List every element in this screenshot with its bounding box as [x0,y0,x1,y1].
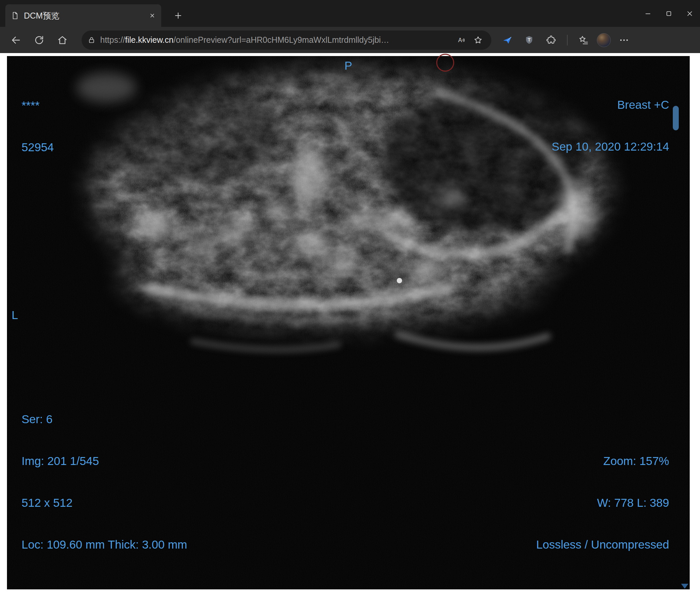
svg-text:A: A [458,37,462,44]
tab-title: DCM预览 [24,10,144,21]
refresh-icon [34,35,45,46]
browser-window: DCM预览 [0,0,700,597]
compression-status: Lossless / Uncompressed [536,538,669,551]
new-tab-button[interactable] [170,7,186,24]
translate-extension-button[interactable] [499,31,516,49]
minimize-icon [644,9,652,18]
shield-extension-icon: T [524,35,534,46]
study-description: Breast +C [552,98,669,112]
lock-icon[interactable] [88,36,96,44]
document-icon [10,11,19,20]
page-content: **** 52954 P L Breast +C Sep 10, 2020 12… [0,53,700,597]
annotation-circle [436,54,454,72]
close-button[interactable] [679,0,700,27]
series-block: Ser: 6 Img: 201 1/545 512 x 512 Loc: 109… [22,384,187,579]
close-icon [686,9,694,18]
extensions-button[interactable] [543,31,560,49]
slice-location: Loc: 109.60 mm Thick: 3.00 mm [22,538,187,551]
patient-block: **** 52954 [22,71,54,182]
read-aloud-icon: A [456,35,467,45]
translate-extension-icon [502,35,512,46]
patient-name-masked: **** [22,99,54,112]
profile-avatar[interactable] [597,33,611,47]
home-button[interactable] [54,31,71,49]
study-datetime: Sep 10, 2020 12:29:14 [552,140,669,154]
shield-extension-button[interactable]: T [521,31,538,49]
dicom-viewer[interactable]: **** 52954 P L Breast +C Sep 10, 2020 12… [7,56,690,589]
browser-tab[interactable]: DCM预览 [5,4,161,27]
settings-ellipsis-icon [619,35,629,46]
address-bar[interactable]: https://file.kkview.cn/onlinePreview?url… [82,30,491,50]
favorite-star-icon [473,35,483,45]
home-icon [57,35,68,46]
window-level: W: 778 L: 389 [536,496,669,510]
image-number: Img: 201 1/545 [22,454,187,468]
extensions-puzzle-icon [546,35,556,46]
series-number: Ser: 6 [22,412,187,426]
maximize-icon [665,9,673,18]
orientation-marker-left: L [11,308,18,322]
url-path: /onlinePreview?url=aHR0cHM6Ly9maWxlLmtrd… [174,35,389,45]
url-text: https://file.kkview.cn/onlinePreview?url… [100,35,389,45]
settings-menu-button[interactable] [616,31,633,49]
svg-text:T: T [528,37,531,43]
minimize-button[interactable] [637,0,658,27]
read-aloud-button[interactable]: A [454,33,469,47]
favorites-hub-button[interactable] [575,31,592,49]
refresh-button[interactable] [30,31,48,49]
tab-bar: DCM预览 [0,0,700,27]
favorites-hub-icon [578,35,589,46]
toolbar-divider [567,35,568,46]
study-block: Breast +C Sep 10, 2020 12:29:14 [552,70,669,181]
zoom-level: Zoom: 157% [536,454,669,468]
scroll-down-arrow-icon[interactable] [681,584,689,589]
favorite-button[interactable] [471,33,485,47]
window-controls [637,0,700,27]
image-matrix: 512 x 512 [22,496,187,510]
patient-id: 52954 [22,140,54,154]
url-scheme: https:// [100,35,125,45]
back-button[interactable] [7,31,25,49]
tab-close-icon[interactable] [149,12,156,19]
series-scrollbar-thumb[interactable] [673,106,679,130]
display-block: Zoom: 157% W: 778 L: 389 Lossless / Unco… [536,426,669,579]
maximize-button[interactable] [658,0,679,27]
url-host: file.kkview.cn [125,35,174,45]
new-tab-plus-icon [174,11,183,20]
toolbar-extensions: T [499,31,633,49]
back-arrow-icon [10,35,21,46]
navigation-bar: https://file.kkview.cn/onlinePreview?url… [0,27,700,53]
